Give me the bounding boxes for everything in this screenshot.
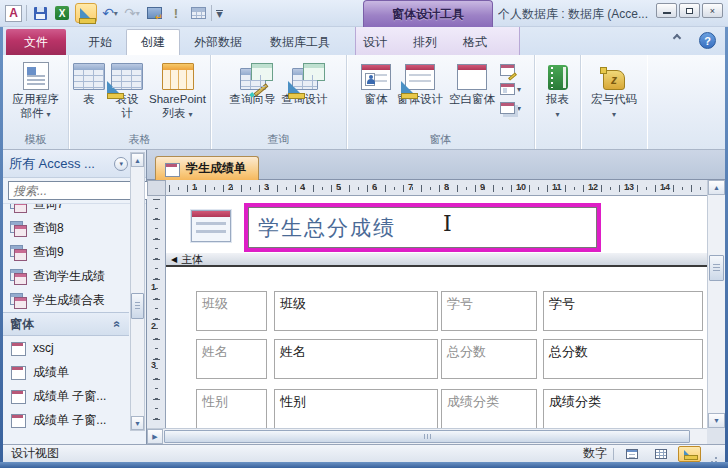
form-logo-control[interactable] <box>182 205 240 247</box>
navigation-button[interactable]: ▾ <box>500 81 521 97</box>
sharepoint-lists-button[interactable]: SharePoint 列表 ▾ <box>146 58 209 123</box>
tab-format[interactable]: 格式 <box>450 29 500 55</box>
export-excel-button[interactable]: X <box>53 4 71 22</box>
customize-qat-button[interactable]: ▾ <box>216 10 223 16</box>
datasheet-button[interactable] <box>189 4 207 22</box>
vertical-ruler[interactable]: 123 <box>147 196 166 428</box>
field-textbox[interactable]: 姓名 <box>274 339 438 379</box>
scroll-right-icon[interactable]: ▶ <box>147 429 163 444</box>
nav-scrollbar[interactable]: ▲ ▼ <box>130 152 145 431</box>
tab-arrange[interactable]: 排列 <box>400 29 450 55</box>
form-title-textbox[interactable]: 学生总分成绩 <box>248 207 597 248</box>
form-header-section[interactable]: 学生总分成绩 I <box>166 196 707 253</box>
design-view-icon <box>684 449 696 459</box>
ruler-number: 1 <box>192 182 197 192</box>
field-label[interactable]: 总分数 <box>441 339 537 379</box>
nav-object-item[interactable]: xscj « <box>3 336 129 360</box>
switch-window-button[interactable] <box>145 4 163 22</box>
tab-external-data[interactable]: 外部数据 <box>180 29 256 55</box>
field-label[interactable]: 性别 <box>196 389 267 428</box>
scroll-up-icon[interactable]: ▲ <box>708 180 725 195</box>
restore-button[interactable] <box>679 3 700 18</box>
field-textbox[interactable]: 总分数 <box>543 339 703 379</box>
status-bar: 设计视图 数字 <box>3 444 725 462</box>
scroll-down-icon[interactable]: ▼ <box>708 413 725 428</box>
application-parts-button[interactable]: 应用程序 部件 ▾ <box>10 58 62 123</box>
nav-object-item[interactable]: 查询9 « <box>3 240 129 264</box>
undo-button[interactable]: ↶▾ <box>101 4 119 22</box>
vertical-scrollbar[interactable]: ▲ ▼ <box>707 180 725 428</box>
datasheet-view-button[interactable] <box>649 446 672 462</box>
design-view-button[interactable] <box>678 446 701 462</box>
window-title: 个人数据库 : 数据库 (Acce... <box>498 6 648 23</box>
nav-object-item[interactable]: 查询7 « <box>3 204 129 216</box>
field-textbox[interactable]: 性别 <box>274 389 438 428</box>
scroll-up-icon[interactable]: ▲ <box>131 153 144 167</box>
nav-object-item[interactable]: 成绩单 « <box>3 360 129 384</box>
reports-button[interactable]: 报表 ▾ <box>543 58 572 121</box>
field-label[interactable]: 学号 <box>441 291 537 331</box>
detail-section-bar[interactable]: ◀ 主体 <box>166 253 707 267</box>
form-button[interactable]: 窗体 <box>358 58 394 109</box>
field-label[interactable]: 姓名 <box>196 339 267 379</box>
group-collapse-icon[interactable]: « <box>111 321 125 328</box>
form-view-button[interactable] <box>620 446 643 462</box>
navigation-icon <box>500 83 515 95</box>
help-button[interactable]: ? <box>699 32 716 49</box>
tab-file[interactable]: 文件 <box>6 29 66 55</box>
group-tables: 表 表设计 SharePoint 列表 ▾ 表格 <box>69 55 211 149</box>
collapse-ribbon-button[interactable] <box>674 35 682 43</box>
minimize-button[interactable] <box>656 3 677 18</box>
nav-menu-dropdown-icon[interactable]: ▾ <box>114 157 128 171</box>
design-view-button[interactable] <box>75 3 97 23</box>
scroll-thumb[interactable] <box>131 293 144 319</box>
nav-pane-header[interactable]: 所有 Access ... ▾ « <box>3 150 146 178</box>
nav-object-item[interactable]: 窗体 « <box>3 312 129 336</box>
ruler-number: 8 <box>444 182 449 192</box>
tab-create[interactable]: 创建 <box>126 29 180 55</box>
redo-button[interactable]: ↷▾ <box>123 4 141 22</box>
horizontal-ruler[interactable]: 1234567891011121314 <box>166 180 707 196</box>
form-wizard-button[interactable] <box>500 62 521 78</box>
close-button[interactable]: × <box>702 3 723 18</box>
save-button[interactable] <box>31 4 49 22</box>
scroll-down-icon[interactable]: ▼ <box>131 416 144 430</box>
document-tab[interactable]: 学生成绩单 <box>155 156 259 180</box>
query-design-button[interactable]: 查询设计 <box>279 58 331 109</box>
field-label[interactable]: 班级 <box>196 291 267 331</box>
nav-object-item[interactable]: 查询学生成绩 « <box>3 264 129 288</box>
nav-object-item[interactable]: 成绩单 子窗... « <box>3 408 129 432</box>
field-textbox[interactable]: 班级 <box>274 291 438 331</box>
table-design-button[interactable]: 表设计 <box>108 58 146 123</box>
section-collapse-icon[interactable]: ◀ <box>171 255 177 264</box>
field-textbox[interactable]: 学号 <box>543 291 703 331</box>
quick-access-toolbar: A X ↶▾ ↷▾ ! ▾ <box>5 3 223 23</box>
macro-icon: z <box>603 70 625 90</box>
access-app-icon[interactable]: A <box>5 5 22 22</box>
field-textbox[interactable]: 成绩分类 <box>543 389 703 428</box>
field-row: 姓名 姓名 总分数 总分数 <box>166 339 707 379</box>
query-wizard-button[interactable]: 查询向导 <box>227 58 279 109</box>
form-canvas: 学生总分成绩 I ◀ 主体 班级 班级 学号 学号 <box>166 196 707 428</box>
tab-database-tools[interactable]: 数据库工具 <box>256 29 344 55</box>
scroll-thumb[interactable] <box>164 430 690 443</box>
ruler-corner[interactable] <box>147 180 166 196</box>
macros-code-button[interactable]: z 宏与代码 ▾ <box>588 58 640 121</box>
form-design-button[interactable]: 窗体设计 <box>394 58 446 109</box>
tab-design[interactable]: 设计 <box>350 29 400 55</box>
nav-object-item[interactable]: 学生成绩合表 « <box>3 288 129 312</box>
nav-object-item[interactable]: 成绩单 子窗... « <box>3 384 129 408</box>
scroll-thumb[interactable] <box>709 255 724 281</box>
field-label[interactable]: 成绩分类 <box>441 389 537 428</box>
num-indicator: 数字 <box>583 445 607 462</box>
tab-home[interactable]: 开始 <box>74 29 126 55</box>
blank-form-button[interactable]: 空白窗体 <box>446 58 498 109</box>
detail-section[interactable]: 班级 班级 学号 学号 姓名 姓名 总分数 总分数 <box>166 269 707 428</box>
horizontal-scrollbar[interactable]: ◀ ▶ <box>147 428 707 444</box>
run-button[interactable]: ! <box>167 4 185 22</box>
more-forms-button[interactable]: ▾ <box>500 100 521 116</box>
ruler-number: 7 <box>408 182 413 192</box>
table-button[interactable]: 表 <box>70 58 108 109</box>
resize-grip[interactable] <box>707 449 717 459</box>
nav-object-item[interactable]: 查询8 « <box>3 216 129 240</box>
